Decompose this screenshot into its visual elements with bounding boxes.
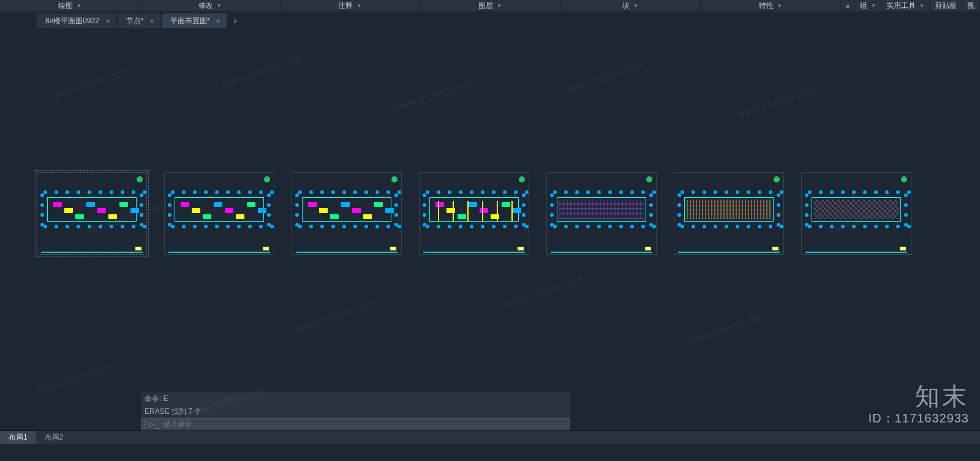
ribbon-panel-9[interactable]: 剪贴板 — [930, 0, 962, 12]
room-block — [130, 208, 139, 213]
grid-marker-icon — [692, 225, 695, 228]
dimension-line — [482, 201, 483, 222]
grid-marker-icon — [168, 223, 172, 227]
grid-marker-icon — [298, 225, 302, 228]
grid-marker-icon — [874, 190, 878, 194]
grid-marker-icon — [267, 213, 271, 217]
ribbon-panel-4[interactable]: 块▼ — [560, 0, 701, 12]
grid-marker-icon — [747, 190, 750, 194]
sheet-drawing-area — [42, 192, 141, 227]
document-tab[interactable]: 8#楼平面图0922× — [37, 13, 116, 28]
room-block — [435, 202, 444, 207]
ribbon-panel-6[interactable]: » — [841, 0, 856, 12]
add-tab-button[interactable]: + — [228, 13, 243, 28]
room-block — [214, 202, 222, 207]
room-block — [247, 202, 255, 207]
sheet-border-line — [168, 252, 270, 253]
layout-sheet[interactable] — [419, 172, 529, 255]
grid-marker-icon — [204, 225, 208, 228]
ribbon-panel-label: 剪贴板 — [935, 1, 957, 11]
layout-sheet[interactable] — [292, 172, 402, 255]
ribbon-panel-label: 图层 — [478, 1, 493, 11]
grid-marker-icon — [394, 203, 398, 207]
room-block — [341, 202, 350, 207]
grid-marker-icon — [852, 190, 856, 194]
command-history-line: 命令: E — [141, 392, 570, 405]
sheet-drawing-area — [679, 192, 778, 227]
room-block — [330, 214, 339, 219]
grid-marker-icon — [353, 190, 357, 194]
grid-marker-icon — [780, 225, 783, 228]
grid-marker-icon — [77, 225, 80, 228]
grid-marker-icon — [758, 225, 761, 228]
room-block — [385, 208, 394, 213]
grid-marker-icon — [703, 225, 706, 228]
grid-marker-icon — [492, 225, 496, 228]
grid-marker-icon — [394, 193, 398, 197]
layout-sheet[interactable] — [546, 172, 657, 255]
document-tab[interactable]: 节点*× — [118, 13, 160, 28]
grid-marker-icon — [204, 190, 208, 194]
grid-marker-icon — [448, 225, 451, 228]
grid-marker-icon — [168, 213, 172, 217]
document-tab-label: 节点* — [126, 16, 144, 26]
layout-sheet[interactable] — [164, 172, 274, 255]
ribbon-panel-2[interactable]: 注释▼ — [281, 0, 421, 12]
grid-marker-icon — [649, 213, 653, 217]
drawing-canvas[interactable]: 命令: E ERASE 找到 7 个 ⋮ ▷_ 知末 ID：1171632933… — [0, 28, 980, 430]
layout-tab[interactable]: 布局2 — [36, 431, 72, 444]
floor-plan-fill — [432, 200, 516, 219]
layout-sheet[interactable] — [674, 172, 784, 255]
grid-marker-icon — [40, 193, 44, 197]
grid-marker-icon — [143, 225, 146, 228]
dropdown-caret-icon: ▼ — [777, 3, 782, 9]
room-block — [352, 208, 361, 213]
command-input[interactable] — [160, 420, 569, 429]
ribbon-panel-7[interactable]: 组▼ — [855, 0, 881, 12]
grid-marker-icon — [677, 213, 681, 217]
document-tab[interactable]: 平面布置图*× — [162, 13, 227, 28]
grid-marker-icon — [575, 225, 579, 228]
sheet-status-icon — [519, 176, 525, 182]
layout-sheet-row — [37, 172, 943, 255]
sheet-border-line — [551, 252, 652, 253]
ribbon-panel-label: 实用工具 — [886, 1, 916, 11]
room-block — [513, 208, 521, 213]
close-icon[interactable]: × — [216, 17, 221, 26]
grid-marker-icon — [819, 225, 823, 228]
close-icon[interactable]: × — [105, 17, 110, 26]
dropdown-caret-icon: ▼ — [77, 3, 81, 9]
grid-marker-icon — [819, 190, 823, 194]
watermark-text: www.znzmo.com — [221, 53, 303, 91]
room-block — [319, 208, 328, 213]
watermark-logo: 知末 — [915, 380, 969, 413]
grid-marker-icon — [649, 193, 653, 197]
grid-marker-icon — [140, 213, 143, 217]
grid-marker-icon — [514, 190, 518, 194]
grid-marker-icon — [619, 225, 623, 228]
grid-marker-icon — [267, 193, 271, 197]
sheet-status-icon — [137, 176, 143, 182]
floor-plan-outline — [47, 197, 137, 222]
grid-marker-icon — [193, 190, 197, 194]
layout-sheet[interactable] — [801, 172, 911, 255]
floor-plan-outline — [175, 197, 264, 222]
close-icon[interactable]: × — [149, 17, 154, 26]
layout-tab[interactable]: 布局1 — [0, 431, 36, 444]
ribbon-panel-3[interactable]: 图层▼ — [420, 0, 560, 12]
grid-marker-icon — [40, 223, 44, 227]
ribbon-panel-label: 块 — [622, 1, 630, 11]
ribbon-panel-5[interactable]: 特性▼ — [701, 0, 841, 12]
ribbon-panel-0[interactable]: 绘图▼ — [0, 0, 140, 12]
grid-marker-icon — [295, 213, 299, 217]
grid-marker-icon — [386, 225, 390, 228]
grid-marker-icon — [386, 190, 390, 194]
ribbon-panel-1[interactable]: 修改▼ — [140, 0, 281, 12]
dimension-line — [497, 201, 498, 222]
ribbon-panel-10[interactable]: 视 — [962, 0, 980, 12]
drag-handle-icon[interactable]: ⋮ — [141, 420, 149, 429]
grid-marker-icon — [703, 190, 706, 194]
layout-sheet[interactable] — [37, 172, 147, 255]
ribbon-panel-8[interactable]: 实用工具▼ — [881, 0, 930, 12]
grid-marker-icon — [470, 190, 473, 194]
